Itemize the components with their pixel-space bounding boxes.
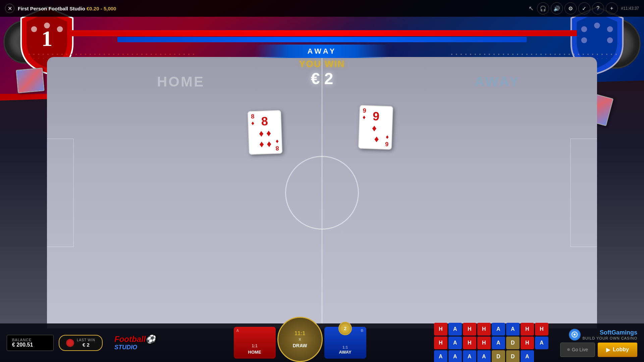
result-banner: AWAY [255, 45, 389, 58]
balance-label: BALANCE [12, 338, 48, 342]
help-button[interactable]: ? [592, 2, 604, 14]
red-bar [67, 30, 577, 36]
away-card-corner-tl: 9 ♦ [363, 108, 366, 121]
away-card: 9 ♦ 9 ♦ ♦ 6 ♦ [358, 105, 393, 149]
close-button[interactable]: ✕ [5, 4, 14, 13]
history-cell-home: H [477, 323, 491, 336]
home-corner-label: A [236, 328, 239, 333]
bet-draw-button[interactable]: 11:1 x DRAW [277, 317, 323, 362]
lobby-label: Lobby [613, 347, 629, 353]
history-cell-away: A [492, 337, 505, 349]
field-home-label: HOME [157, 74, 205, 90]
svg-point-3 [57, 26, 63, 32]
svg-point-2 [44, 22, 50, 28]
bottom-controls: Go Live ▶ Lobby [560, 343, 637, 357]
last-win-label: LAST WIN [77, 338, 95, 342]
home-card-corner-br: 8 ♦ [275, 138, 279, 152]
home-card-corner-tl: 8 ♦ [251, 113, 255, 127]
bet-away-button[interactable]: B 2 1:1 AWAY [324, 327, 366, 359]
balance-value: € 200.51 [12, 342, 48, 348]
draw-label: DRAW [293, 343, 307, 348]
history-grid: HAHHAAHHHAHHADHAAAAADDA [434, 323, 548, 362]
history-cell-draw: D [492, 350, 505, 362]
softgamings-logo: SoftGamings BUILD YOUR OWN CASINO [569, 329, 637, 341]
away-card-value: 9 [373, 110, 380, 123]
balance-display: BALANCE € 200.51 [7, 335, 54, 351]
away-card-corner-br: 6 ♦ [385, 134, 389, 147]
history-cell-home: H [535, 323, 548, 336]
sg-tagline: BUILD YOUR OWN CASINO [583, 336, 637, 340]
home-card-suit: ♦ ♦♦ ♦ [259, 128, 272, 149]
svg-text:1: 1 [42, 26, 53, 51]
away-card-suit: ♦ ♦ [371, 123, 379, 145]
draw-odds: 11:1 [294, 330, 305, 337]
history-cell-away: A [448, 323, 462, 336]
history-cell-draw: D [506, 350, 520, 362]
check-button[interactable]: ✓ [578, 2, 590, 14]
history-cell-home: H [434, 337, 447, 349]
close-icon: ✕ [8, 5, 12, 12]
away-coin: 2 [338, 322, 352, 335]
history-cell-away: A [477, 350, 491, 362]
history-cell-away: A [506, 323, 520, 336]
plus-button[interactable]: + [606, 2, 618, 14]
history-cell-home: H [521, 323, 534, 336]
field-markings [47, 57, 597, 328]
svg-point-8 [607, 37, 613, 43]
away-odds: 1:1 [342, 345, 348, 349]
cursor-icon: ↖ [529, 5, 534, 12]
last-win-value: € 2 [77, 342, 95, 348]
lobby-arrow-icon: ▶ [606, 347, 610, 353]
home-card: 8 ♦ 8 ♦ ♦♦ ♦ 8 ♦ [248, 110, 282, 155]
home-card-value: 8 [261, 115, 268, 128]
volume-button[interactable]: 🔊 [551, 2, 563, 14]
draw-x: x [299, 337, 301, 342]
logo-football: Football⚽ [114, 335, 156, 344]
svg-point-5 [594, 22, 600, 28]
history-cell-away: A [448, 350, 462, 362]
softgamings-text: SoftGamings BUILD YOUR OWN CASINO [583, 329, 637, 340]
card-deck-left [16, 68, 45, 94]
history-cell-away: A [492, 323, 505, 336]
result-winner: AWAY [308, 47, 337, 56]
logo-studio: STUDIO [114, 344, 156, 351]
history-cell-away: A [463, 350, 476, 362]
history-cell-home: H [521, 337, 534, 349]
goal-right [570, 138, 597, 247]
field-table: HOME AWAY 8 ♦ 8 ♦ ♦♦ ♦ 8 ♦ 9 ♦ 9 [47, 57, 597, 328]
center-circle [285, 156, 359, 230]
game-title: First Person Football Studio €0.20 - 5,0… [18, 6, 525, 11]
away-btn-label: AWAY [339, 350, 352, 355]
goal-left [47, 138, 74, 247]
svg-point-7 [581, 37, 587, 43]
headphone-button[interactable]: 🎧 [537, 2, 549, 14]
history-cell-away: A [434, 350, 447, 362]
last-win-content: LAST WIN € 2 [77, 338, 95, 348]
lobby-button[interactable]: ▶ Lobby [598, 343, 637, 357]
settings-button[interactable]: ⚙ [565, 2, 577, 14]
last-win-display: LAST WIN € 2 [59, 335, 103, 351]
go-live-dot [567, 348, 570, 351]
history-cell-home: H [434, 323, 447, 336]
blue-bar [117, 37, 527, 42]
svg-point-10 [574, 334, 576, 336]
bet-buttons-container: A 1:1 HOME 11:1 x DRAW B 2 1:1 AWAY [171, 323, 429, 362]
away-corner-label: B [361, 328, 364, 333]
go-live-label: Go Live [572, 347, 588, 352]
betting-area: BALANCE € 200.51 LAST WIN € 2 Football⚽ … [0, 323, 644, 362]
sg-brand-name: SoftGamings [583, 329, 637, 336]
history-cell-home: H [463, 323, 476, 336]
history-cell-home: H [477, 337, 491, 349]
last-win-icon [66, 339, 74, 347]
game-id: #11:43:37 [621, 6, 639, 11]
history-cell-away: A [448, 337, 462, 349]
svg-point-1 [31, 26, 37, 32]
top-header: ✕ First Person Football Studio €0.20 - 5… [0, 0, 644, 17]
bet-home-button[interactable]: A 1:1 HOME [234, 327, 276, 359]
svg-point-4 [581, 26, 587, 32]
history-cell-away: A [521, 350, 534, 362]
svg-point-6 [607, 26, 613, 32]
go-live-button[interactable]: Go Live [560, 343, 595, 357]
history-cell-home: H [463, 337, 476, 349]
history-cell-away: A [535, 337, 548, 349]
